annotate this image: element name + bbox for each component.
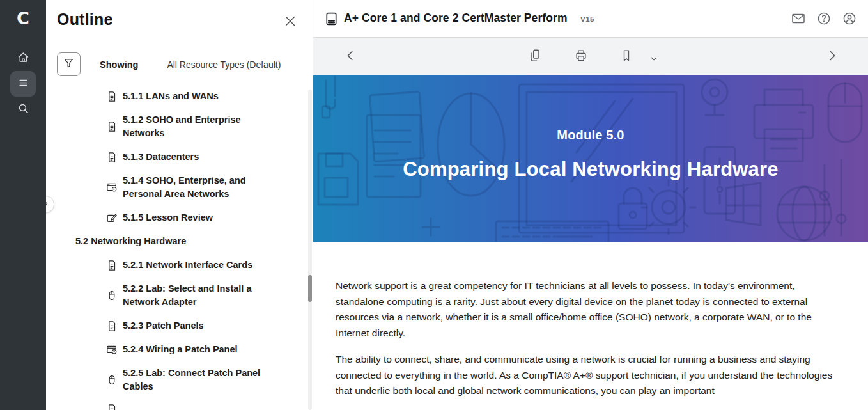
print-button[interactable] xyxy=(573,49,589,65)
outline-item[interactable]: 5.2.1 Network Interface Cards xyxy=(46,258,313,272)
previous-page-button[interactable] xyxy=(343,49,358,65)
chevron-left-icon xyxy=(343,49,357,65)
outline-item-label: 5.1.5 Lesson Review xyxy=(123,211,213,225)
outline-panel: Outline Showing All Resource Types (Defa… xyxy=(46,0,313,410)
course-version-badge: V15 xyxy=(580,15,594,23)
course-book-icon xyxy=(324,12,339,26)
filter-funnel-icon xyxy=(63,57,75,72)
outline-item-label: 5.1.4 SOHO, Enterprise, and Personal Are… xyxy=(123,174,279,201)
outline-item-label: 5.1.3 Datacenters xyxy=(123,150,199,164)
filter-current-value: All Resource Types (Default) xyxy=(167,59,281,70)
bookmark-icon xyxy=(619,49,633,65)
reader-toolbar xyxy=(313,38,868,75)
outline-item[interactable]: 5.2.3 Patch Panels xyxy=(46,319,313,333)
copy-icon xyxy=(528,49,542,65)
messages-button[interactable] xyxy=(791,11,807,28)
outline-item[interactable]: 5.1.2 SOHO and Enterprise Networks xyxy=(46,113,313,140)
outline-scrollbar-track[interactable] xyxy=(308,90,312,410)
outline-scrollbar-thumb[interactable] xyxy=(308,275,312,302)
outline-section[interactable]: 5.2 Networking Hardware xyxy=(46,235,313,248)
module-number: Module 5.0 xyxy=(557,128,624,143)
video-icon xyxy=(106,344,118,356)
next-page-button[interactable] xyxy=(825,49,840,65)
module-banner: Module 5.0 Comparing Local Networking Ha… xyxy=(313,75,868,242)
close-icon xyxy=(283,19,297,30)
document-icon xyxy=(106,91,118,102)
document-icon xyxy=(106,152,118,163)
outline-item[interactable]: 5.1.5 Lesson Review xyxy=(46,211,313,225)
document-icon xyxy=(106,320,118,332)
outline-item[interactable]: 5.2.5 Lab: Connect Patch Panel Cables xyxy=(46,367,313,393)
outline-item-label: 5.1.2 SOHO and Enterprise Networks xyxy=(123,113,279,140)
home-button[interactable] xyxy=(10,45,36,71)
outline-item[interactable]: 5.1.3 Datacenters xyxy=(46,150,313,164)
outline-title: Outline xyxy=(57,10,113,29)
module-title: Comparing Local Networking Hardware xyxy=(403,158,779,181)
copy-button[interactable] xyxy=(527,49,543,65)
resource-filter-row: Showing All Resource Types (Default) xyxy=(57,52,281,76)
outline-item[interactable] xyxy=(46,404,313,410)
outline-item-label: 5.2.4 Wiring a Patch Panel xyxy=(123,343,238,356)
account-icon xyxy=(842,17,857,28)
help-button[interactable] xyxy=(816,11,833,28)
outline-item-label: 5.2.2 Lab: Select and Install a Network … xyxy=(123,282,279,309)
help-icon xyxy=(816,17,832,28)
close-outline-button[interactable] xyxy=(283,14,298,29)
outline-item-label: 5.1.1 LANs and WANs xyxy=(123,90,219,103)
mouse-icon xyxy=(106,374,118,386)
bookmark-button[interactable] xyxy=(619,49,634,65)
bookmark-menu-button[interactable] xyxy=(646,52,662,68)
outline-list: 5.1.1 LANs and WANs5.1.2 SOHO and Enterp… xyxy=(46,90,313,410)
outline-item-label: 5.2.5 Lab: Connect Patch Panel Cables xyxy=(123,367,279,393)
outline-item[interactable]: 5.1.1 LANs and WANs xyxy=(46,90,313,103)
home-icon xyxy=(17,51,30,67)
course-header: A+ Core 1 and Core 2 CertMaster Perform … xyxy=(313,0,868,38)
edit-icon xyxy=(106,212,118,224)
outline-item[interactable]: 5.1.4 SOHO, Enterprise, and Personal Are… xyxy=(46,174,313,201)
outline-item-label: 5.2.3 Patch Panels xyxy=(123,319,204,333)
video-icon xyxy=(106,182,118,193)
filter-showing-label: Showing xyxy=(100,59,138,70)
outline-item[interactable]: 5.2.4 Wiring a Patch Panel xyxy=(46,343,313,356)
document-icon xyxy=(106,404,118,410)
lesson-body: Network support is a great competency fo… xyxy=(313,242,868,410)
print-icon xyxy=(574,49,588,65)
document-icon xyxy=(106,260,118,271)
outline-item-label: 5.2.1 Network Interface Cards xyxy=(123,258,252,272)
search-icon xyxy=(17,102,30,118)
comptia-logo[interactable]: C xyxy=(0,5,46,31)
chevron-right-icon xyxy=(825,49,839,65)
lesson-paragraph: Network support is a great competency fo… xyxy=(336,278,838,341)
outline-item[interactable]: 5.2.2 Lab: Select and Install a Network … xyxy=(46,282,313,309)
lesson-paragraph: The ability to connect, share, and commu… xyxy=(336,352,838,399)
outline-item-label: 5.2 Networking Hardware xyxy=(75,235,186,248)
app-rail: C xyxy=(0,0,46,410)
mail-icon xyxy=(791,17,806,28)
menu-icon xyxy=(17,76,30,92)
document-icon xyxy=(106,121,118,132)
filter-button[interactable] xyxy=(57,52,81,76)
chevron-down-icon xyxy=(649,54,658,66)
account-button[interactable] xyxy=(842,11,858,28)
main-content: A+ Core 1 and Core 2 CertMaster Perform … xyxy=(313,0,868,410)
outline-menu-button[interactable] xyxy=(10,71,36,97)
search-button[interactable] xyxy=(10,97,36,122)
course-title: A+ Core 1 and Core 2 CertMaster Perform xyxy=(344,12,568,25)
mouse-icon xyxy=(106,290,118,301)
